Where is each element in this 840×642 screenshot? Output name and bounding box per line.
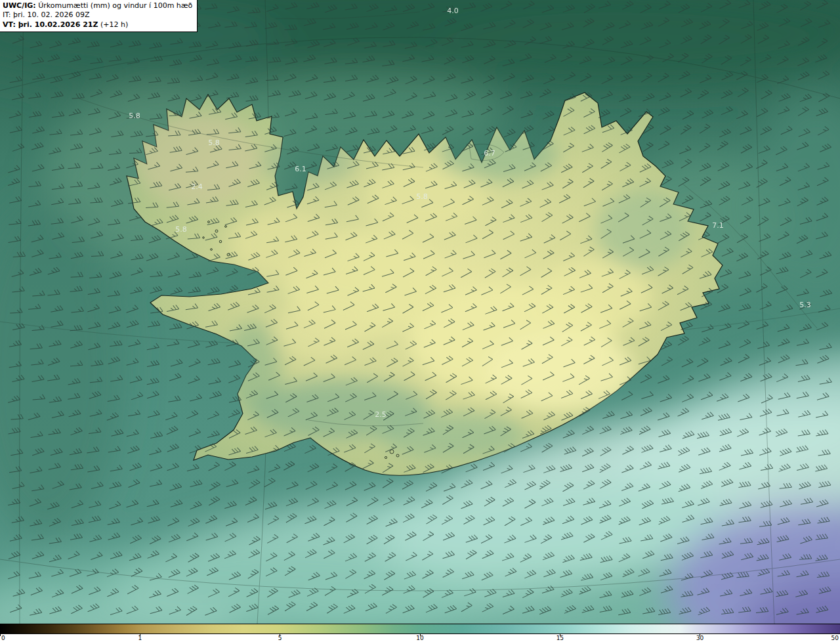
- product-title: Úrkomumætti (mm) og vindur í 100m hæð: [38, 1, 192, 10]
- colorbar-tick-label: 5: [278, 635, 282, 641]
- colorbar-tick: [0, 634, 1, 636]
- contour-label: 6.1: [295, 165, 306, 173]
- product-title-line: UWC/IG: Úrkomumætti (mm) og vindur í 100…: [3, 1, 192, 11]
- colorbar-tick-label: 0: [1, 635, 5, 641]
- contour-label: 5.3: [799, 301, 811, 309]
- contour-label: 2.5: [375, 410, 387, 419]
- colorbar-tick-label: 15: [556, 635, 564, 641]
- product-label: UWC/IG:: [3, 1, 36, 10]
- colorbar-tick-label: 10: [416, 635, 423, 641]
- weather-map-page: 4.05.85.86.12.45.86.75.87.15.32.5 UWC/IG…: [0, 0, 840, 642]
- map-title-box: UWC/IG: Úrkomumætti (mm) og vindur í 100…: [0, 0, 198, 32]
- contour-label: 6.7: [484, 149, 495, 158]
- colorbar-tick-label: 30: [696, 635, 704, 641]
- contour-label: 5.8: [208, 139, 220, 147]
- init-time-line: IT: þri. 10. 02. 2026 09Z: [3, 11, 192, 20]
- colorbar-tick-label: 50: [831, 635, 839, 641]
- colorbar-tick-label: 1: [138, 635, 142, 641]
- contour-label: 7.1: [712, 221, 724, 230]
- contour-label: 4.0: [447, 7, 459, 15]
- contour-label: 5.8: [416, 192, 428, 201]
- valid-offset: (+12 h): [100, 20, 128, 29]
- colorbar-gradient: [0, 624, 840, 634]
- valid-time-line: VT: þri. 10.02.2026 21Z (+12 h): [3, 20, 192, 30]
- map-canvas: 4.05.85.86.12.45.86.75.87.15.32.5 UWC/IG…: [0, 0, 840, 624]
- map-svg: 4.05.85.86.12.45.86.75.87.15.32.5: [0, 0, 840, 624]
- valid-time: VT: þri. 10.02.2026 21Z: [3, 20, 98, 29]
- contour-label: 2.4: [191, 182, 203, 191]
- colorbar: 01510153050: [0, 624, 840, 642]
- contour-label: 5.8: [175, 225, 187, 234]
- contour-label: 5.8: [129, 112, 140, 120]
